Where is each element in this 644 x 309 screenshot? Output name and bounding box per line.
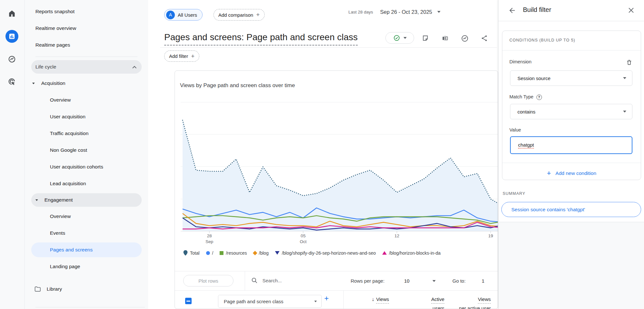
chart-legend: Total//resources/blog/blog/shopify-diy-2… (183, 250, 440, 256)
add-secondary-dimension-button[interactable]: + (324, 294, 329, 303)
all-users-segment-chip[interactable]: A All Users (164, 9, 203, 21)
build-filter-panel: Build filter CONDITIONS (BUILD UP TO 5) … (498, 0, 644, 309)
main-content: A All Users Add comparison + Last 28 day… (148, 0, 498, 309)
help-icon[interactable]: ? (536, 95, 542, 100)
legend-item: /resources (220, 250, 247, 256)
delete-condition-icon[interactable] (626, 59, 632, 67)
select-all-checkbox[interactable] (185, 298, 192, 304)
plot-rows-button[interactable]: Plot rows (183, 275, 233, 286)
add-comparison-button[interactable]: Add comparison + (213, 9, 265, 21)
segment-avatar: A (166, 11, 175, 19)
match-type-dropdown[interactable]: contains (510, 104, 632, 119)
plus-icon: + (256, 11, 260, 18)
sidenav-bottom-divider (35, 307, 145, 307)
sidebar-item-pages-and-screens[interactable]: Pages and screens (31, 242, 142, 257)
back-icon[interactable] (508, 6, 516, 16)
sidebar-item-label: Overview (50, 214, 71, 219)
date-range-value: Sep 26 - Oct 23, 2025 (380, 9, 432, 15)
explore-icon[interactable] (5, 53, 18, 66)
sidebar-item-overview[interactable]: Overview (25, 92, 148, 108)
sidebar-item-user-acquisition[interactable]: User acquisition (25, 108, 148, 125)
divider (502, 50, 641, 50)
rows-per-page-label: Rows per page: (351, 278, 384, 284)
sidebar-item-label: Landing page (50, 264, 80, 269)
sidebar-item-acquisition[interactable]: Acquisition (25, 75, 148, 92)
chevron-down-icon (437, 11, 440, 13)
sidebar-item-label: Overview (50, 97, 71, 103)
report-status-chip[interactable] (385, 32, 414, 44)
conditions-header: CONDITIONS (BUILD UP TO 5) (509, 38, 575, 42)
column-header-views[interactable]: Viewsper active user (439, 296, 491, 309)
legend-item: /blog/horizon-blocks-in-da (382, 250, 440, 256)
legend-item: / (206, 250, 213, 256)
chevron-down-icon[interactable] (432, 280, 436, 282)
square-marker-icon (220, 251, 223, 255)
advertising-icon[interactable] (5, 75, 18, 88)
table-search[interactable]: Search... (251, 277, 282, 284)
sidebar-item-label: User acquisition cohorts (50, 164, 103, 170)
sidebar-item-realtime-overview[interactable]: Realtime overview (25, 20, 148, 37)
sidebar-item-lead-acquisition[interactable]: Lead acquisition (25, 175, 148, 192)
sidebar-item-label: Reports snapshot (35, 9, 75, 14)
column-header-active[interactable]: Activeusers (393, 296, 444, 309)
sidebar-item-engagement[interactable]: Engagement (31, 193, 142, 207)
divider (175, 271, 498, 271)
search-icon (251, 277, 258, 284)
share-icon[interactable] (480, 34, 488, 42)
home-icon[interactable] (5, 7, 18, 20)
sidebar-item-user-acquisition-cohorts[interactable]: User acquisition cohorts (25, 159, 148, 175)
chevron-down-icon (623, 111, 626, 113)
topbar-divider (160, 47, 497, 48)
page-title[interactable]: Pages and screens: Page path and screen … (164, 32, 358, 46)
sidebar-item-reports-snapshot[interactable]: Reports snapshot (25, 3, 148, 20)
column-header-views[interactable]: ↓Views (337, 296, 389, 304)
insights-icon[interactable] (460, 34, 469, 42)
sidebar-item-label: Realtime pages (35, 42, 70, 48)
sidebar-item-overview[interactable]: Overview (25, 208, 148, 225)
x-axis-label: 05Oct (300, 233, 307, 245)
close-icon[interactable] (627, 6, 635, 15)
dimension-dropdown-value: Session source (517, 76, 551, 81)
dimension-dropdown[interactable]: Session source (510, 70, 632, 86)
sidebar-item-events[interactable]: Events (25, 225, 148, 241)
match-type-label: Match Type? (509, 94, 542, 100)
date-range-picker[interactable]: Last 28 days Sep 26 - Oct 23, 2025 (348, 8, 440, 16)
dimension-select[interactable]: Page path and screen class (218, 295, 322, 308)
sidebar-item-traffic-acquisition[interactable]: Traffic acquisition (25, 125, 148, 142)
summary-chip[interactable]: Session source contains 'chatgpt' (501, 202, 641, 217)
reports-icon[interactable] (5, 30, 18, 43)
sidebar-item-non-google-cost[interactable]: Non Google cost (25, 142, 148, 159)
date-range-preset: Last 28 days (348, 10, 373, 14)
sidebar-item-label: User acquisition (50, 114, 85, 120)
panel-title: Build filter (523, 6, 551, 14)
sidebar-item-landing-page[interactable]: Landing page (25, 258, 148, 275)
add-new-condition-button[interactable]: + Add new condition (502, 167, 641, 180)
legend-label: /blog/shopify-diy-26-sep-horizon-news-an… (282, 250, 376, 256)
rows-per-page-value[interactable]: 10 (404, 278, 410, 284)
report-card: Views by Page path and screen class over… (175, 70, 498, 309)
notes-icon[interactable] (421, 34, 430, 42)
app-rail (0, 0, 25, 309)
legend-label: / (212, 250, 213, 256)
sidebar-item-label: Lead acquisition (50, 181, 86, 186)
add-filter-label: Add filter (169, 53, 188, 59)
comparison-icon[interactable] (441, 34, 449, 42)
value-input[interactable]: chatgpt (510, 136, 632, 154)
pin-icon (183, 250, 188, 256)
sidenav-divider (35, 57, 137, 57)
reports-sidenav: Reports snapshotRealtime overviewRealtim… (25, 0, 148, 309)
legend-label: /blog (259, 250, 269, 256)
divider (245, 271, 245, 290)
legend-item: Total (183, 250, 200, 256)
sidebar-item-library[interactable]: Library (25, 281, 148, 297)
column-header-label2: per active user (439, 304, 491, 309)
panel-header: Build filter (498, 0, 644, 21)
sidebar-item-life-cycle[interactable]: Life cycle (31, 60, 142, 74)
summary-text: Session source contains 'chatgpt' (511, 207, 585, 213)
go-to-value[interactable]: 1 (482, 278, 484, 284)
legend-item: /blog (253, 250, 269, 256)
expand-triangle-icon (32, 83, 35, 84)
expand-triangle-icon (35, 199, 38, 201)
sidebar-item-realtime-pages[interactable]: Realtime pages (25, 37, 148, 53)
add-filter-button[interactable]: Add filter + (164, 50, 199, 62)
